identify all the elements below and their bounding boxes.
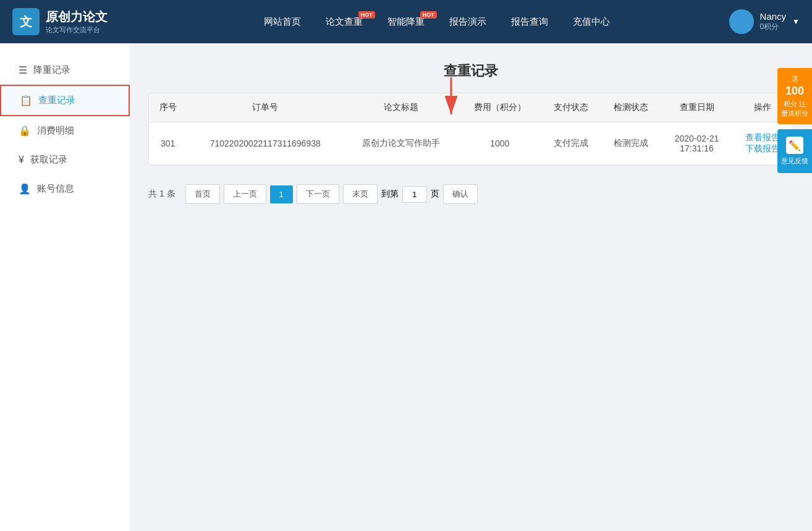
layout: ☰ 降重记录 📋 查重记录 🔒 消费明细 ¥ 获取记录 👤 账号信息 [0, 43, 812, 531]
user-info: Nancy 0积分 [760, 11, 787, 32]
sidebar-item-expenses[interactable]: 🔒 消费明细 [0, 116, 130, 145]
sidebar-item-account[interactable]: 👤 账号信息 [0, 174, 130, 203]
user-dropdown-arrow[interactable]: ▼ [792, 17, 800, 26]
cell-check-date: 2020-02-21 17:31:16 [661, 122, 733, 165]
confirm-page-btn[interactable]: 确认 [443, 184, 478, 204]
feedback-label: 意见反馈 [781, 156, 808, 166]
page-label: 页 [431, 189, 439, 200]
sidebar-item-get-record[interactable]: ¥ 获取记录 [0, 145, 130, 174]
nav-query[interactable]: 报告查询 [511, 16, 548, 28]
table-header: 序号 订单号 论文标题 费用（积分） 支付状态 检测状态 查重日期 操作 [149, 93, 793, 122]
first-page-btn[interactable]: 首页 [185, 184, 220, 204]
cell-pay-status: 支付完成 [541, 122, 601, 165]
header-user[interactable]: Nancy 0积分 ▼ [729, 9, 800, 34]
sidebar-item-reduce-label: 降重记录 [33, 64, 70, 76]
expenses-icon: 🔒 [19, 125, 31, 137]
nav-demo[interactable]: 报告演示 [449, 16, 486, 28]
goto-label: 到第 [381, 189, 399, 200]
cell-seq: 301 [149, 122, 187, 165]
check-record-icon: 📋 [20, 95, 32, 106]
records-table-wrapper: 序号 订单号 论文标题 费用（积分） 支付状态 检测状态 查重日期 操作 301… [148, 93, 793, 166]
right-panel: 送 100 积分 注册送积分 ✏️ 意见反馈 [777, 68, 812, 173]
col-check-status: 检测状态 [601, 93, 661, 122]
nav-check[interactable]: 论文查重 HOT [326, 16, 363, 28]
logo-subtitle: 论文写作交流平台 [46, 25, 108, 35]
sidebar-item-check-record[interactable]: 📋 查重记录 [0, 85, 130, 116]
current-page-btn[interactable]: 1 [270, 185, 293, 203]
nav-recharge[interactable]: 充值中心 [573, 16, 610, 28]
col-check-date: 查重日期 [661, 93, 733, 122]
feedback-btn[interactable]: ✏️ 意见反馈 [777, 129, 812, 173]
nav-reduce[interactable]: 智能降重 HOT [387, 16, 425, 28]
prev-page-btn[interactable]: 上一页 [224, 184, 266, 204]
sidebar-item-reduce-record[interactable]: ☰ 降重记录 [0, 56, 130, 85]
promo-unit: 积分 [784, 100, 797, 108]
cell-cost: 1000 [459, 122, 541, 165]
sidebar-item-get-label: 获取记录 [30, 154, 67, 166]
table-row: 301 71022020022117311696938 原创力论文写作助手 10… [149, 122, 793, 165]
logo-text: 原创力论文 论文写作交流平台 [46, 9, 108, 35]
col-pay-status: 支付状态 [541, 93, 601, 122]
user-avatar [729, 9, 754, 34]
user-points: 0积分 [760, 22, 787, 32]
next-page-btn[interactable]: 下一页 [297, 184, 339, 204]
logo-title: 原创力论文 [46, 9, 108, 25]
total-count: 共 1 条 [148, 189, 176, 200]
nav-home[interactable]: 网站首页 [264, 16, 301, 28]
page-title: 查重记录 [148, 62, 793, 80]
col-cost: 费用（积分） [459, 93, 541, 122]
header: 文 原创力论文 论文写作交流平台 网站首页 论文查重 HOT 智能降重 HOT … [0, 0, 812, 43]
sidebar-item-check-label: 查重记录 [38, 95, 75, 106]
promo-amount: 100 [781, 83, 808, 99]
header-nav: 网站首页 论文查重 HOT 智能降重 HOT 报告演示 报告查询 充值中心 [145, 16, 729, 28]
pagination: 共 1 条 首页 上一页 1 下一页 末页 到第 页 确认 [148, 178, 793, 210]
promo-send-label: 送 [792, 75, 798, 82]
col-seq: 序号 [149, 93, 187, 122]
hot-badge-check: HOT [358, 11, 375, 19]
main-content: 查重记录 序号 订单号 论文标题 费用（积分） 支付状态 检测状态 查重日期 操… [130, 43, 812, 531]
get-record-icon: ¥ [19, 155, 24, 166]
cell-check-status: 检测完成 [601, 122, 661, 165]
hot-badge-reduce: HOT [420, 11, 437, 19]
sidebar: ☰ 降重记录 📋 查重记录 🔒 消费明细 ¥ 获取记录 👤 账号信息 [0, 43, 130, 531]
records-table: 序号 订单号 论文标题 费用（积分） 支付状态 检测状态 查重日期 操作 301… [149, 93, 793, 165]
cell-order-no: 71022020022117311696938 [187, 122, 344, 165]
feedback-icon: ✏️ [786, 137, 803, 154]
col-title: 论文标题 [344, 93, 459, 122]
account-icon: 👤 [19, 183, 31, 195]
user-name: Nancy [760, 11, 787, 22]
sidebar-item-account-label: 账号信息 [37, 183, 74, 195]
logo[interactable]: 文 原创力论文 论文写作交流平台 [12, 8, 108, 35]
page-goto-input[interactable] [402, 186, 427, 203]
promo-badge[interactable]: 送 100 积分 注册送积分 [777, 68, 812, 124]
col-order-no: 订单号 [187, 93, 344, 122]
last-page-btn[interactable]: 末页 [343, 184, 378, 204]
sidebar-item-expenses-label: 消费明细 [37, 125, 74, 137]
logo-icon: 文 [12, 8, 40, 35]
cell-title: 原创力论文写作助手 [344, 122, 459, 165]
reduce-record-icon: ☰ [19, 64, 27, 76]
